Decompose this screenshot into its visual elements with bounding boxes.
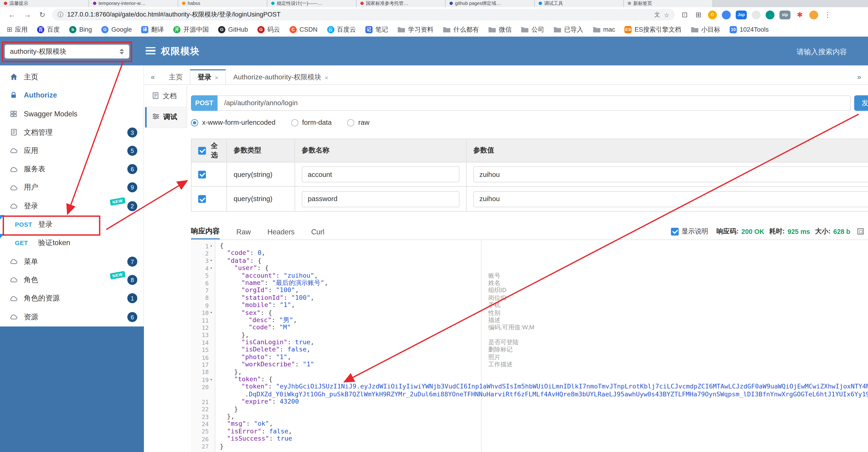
extension-jsp-icon[interactable]: Jsp <box>736 10 747 19</box>
param-value-input[interactable] <box>473 166 868 182</box>
forward-icon[interactable]: → <box>24 10 31 19</box>
bookmark-item[interactable]: 公司 <box>521 25 544 33</box>
subnav-item-debug[interactable]: 调试 <box>145 107 187 128</box>
sidebar-item[interactable]: 主页 <box>0 68 144 86</box>
bookmark-item[interactable]: ESES搜索引擎文档 <box>625 25 681 33</box>
browser-tab[interactable]: 国家标准参考托管… <box>356 0 445 7</box>
extension-shield-icon[interactable] <box>766 10 774 19</box>
chevron-left-icon[interactable]: « <box>144 69 161 84</box>
sidebar-endpoint-get-验证token[interactable]: GET验证token <box>0 234 144 252</box>
fold-arrow-icon[interactable]: ▾ <box>209 244 214 248</box>
address-bar[interactable]: ⓘ 127.0.0.1:8760/api/gate/doc.html#/auth… <box>52 9 675 21</box>
bookmark-item[interactable]: G码云 <box>257 25 280 33</box>
bookmark-item[interactable]: GGitHub <box>218 26 248 33</box>
profile-avatar[interactable] <box>809 10 818 19</box>
browser-tab[interactable]: 调试工具 <box>535 0 624 7</box>
bookmark-item[interactable]: 学习资料 <box>398 25 434 33</box>
bookmark-item[interactable]: bBing <box>69 26 92 33</box>
response-tab-Headers[interactable]: Headers <box>267 228 294 239</box>
send-button[interactable]: 发送 <box>854 95 868 111</box>
response-tab-Curl[interactable]: Curl <box>311 228 324 239</box>
extension-orange-icon[interactable]: G <box>708 10 717 19</box>
browser-tab[interactable]: habss <box>178 0 267 7</box>
bookmark-item[interactable]: mac <box>592 26 615 33</box>
response-tab-Raw[interactable]: Raw <box>237 228 251 239</box>
doc-tab[interactable]: Authorize-authority-权限模块× <box>226 69 335 84</box>
param-value-input[interactable] <box>473 191 868 207</box>
sidebar-item[interactable]: 登录NEW2 <box>0 197 144 215</box>
sidebar-item[interactable]: 用户9 <box>0 178 144 197</box>
sidebar-item[interactable]: 服务表6 <box>0 160 144 178</box>
bookmark-item[interactable]: ⊞应用 <box>7 25 28 33</box>
code-line: "mobile": "1",手机 <box>215 302 868 309</box>
response-tab-响应内容[interactable]: 响应内容 <box>191 226 220 239</box>
fold-arrow-icon[interactable]: ▾ <box>209 266 214 271</box>
reload-icon[interactable]: ↻ <box>39 10 45 19</box>
close-icon[interactable]: × <box>325 74 328 81</box>
header-search-input[interactable]: 请输入搜索内容 <box>797 47 847 57</box>
browser-tab[interactable]: github pages绑定域… <box>445 0 535 7</box>
sidebar-endpoint-post-登录[interactable]: POST登录 <box>0 215 144 234</box>
fullscreen-icon[interactable] <box>858 228 864 234</box>
page-info-icon[interactable]: ⓘ <box>57 11 63 19</box>
line-number: 22 <box>191 405 215 413</box>
browser-tab[interactable]: 温馨提示 <box>0 0 89 7</box>
extension-ring-icon[interactable] <box>752 10 761 19</box>
sidebar-item[interactable]: 角色的资源1 <box>0 289 144 308</box>
request-url-field[interactable]: /api/authority/anno/login <box>218 95 851 111</box>
sidebar-item[interactable]: 资源6 <box>0 308 144 326</box>
row-checkbox[interactable] <box>198 195 206 203</box>
module-select[interactable]: authority-权限模块 <box>4 45 129 59</box>
tab-title: 稳定性设计(一)——… <box>277 0 322 7</box>
browser-tab[interactable]: 新标签页 <box>624 0 713 7</box>
param-name-input[interactable] <box>302 166 460 182</box>
json-response-body: {"code": 0,"data": {"user": {"account": … <box>215 240 868 452</box>
param-name-input[interactable] <box>302 191 460 207</box>
chevron-right-icon[interactable]: » <box>850 69 868 84</box>
doc-tab[interactable]: 登录× <box>190 69 226 84</box>
body-type-option-formdata[interactable]: form-data <box>291 119 332 126</box>
extension-sip-icon[interactable]: sip <box>779 10 790 19</box>
bookmark-item[interactable]: 小目标 <box>691 25 720 33</box>
extension-globe-icon[interactable] <box>722 10 731 19</box>
body-type-option-raw[interactable]: raw <box>347 119 370 126</box>
select-all-checkbox[interactable] <box>198 147 206 154</box>
bookmark-item[interactable]: 101024Tools <box>730 26 769 33</box>
fold-arrow-icon[interactable]: ▾ <box>209 377 214 382</box>
bookmark-item[interactable]: 记笔记 <box>365 25 388 33</box>
bookmark-item[interactable]: CCSDN <box>289 26 317 33</box>
bookmark-item[interactable]: GGoogle <box>101 26 132 33</box>
sidebar-item[interactable]: 菜单7 <box>0 252 144 271</box>
close-icon[interactable]: × <box>215 74 218 81</box>
bookmark-item[interactable]: 什么都有 <box>443 25 479 33</box>
bookmark-item[interactable]: 开开源中国 <box>174 25 209 33</box>
bookmark-star-icon[interactable]: ☆ <box>664 11 669 18</box>
browser-tab[interactable]: 稳定性设计(一)——… <box>267 0 356 7</box>
response-body-editor[interactable]: 1▾23▾4▾5678910▾111213141516171819▾202122… <box>191 239 868 452</box>
extensions-puzzle-icon[interactable]: ⊞ <box>694 10 703 19</box>
bookmark-item[interactable]: 已导入 <box>554 25 583 33</box>
bookmark-item[interactable]: 微信 <box>488 25 512 33</box>
back-icon[interactable]: ← <box>8 10 16 19</box>
row-checkbox[interactable] <box>198 170 206 178</box>
bookmark-item[interactable]: 百百度 <box>37 25 60 33</box>
body-type-option-urlencoded[interactable]: x-www-form-urlencoded <box>191 119 276 126</box>
sidebar-item[interactable]: 角色NEW8 <box>0 271 144 289</box>
doc-tab[interactable]: 主页 <box>161 69 190 84</box>
screenshot-icon[interactable]: ⊡ <box>680 10 689 19</box>
bookmark-item[interactable]: 云百度云 <box>327 25 356 33</box>
sidebar-item[interactable]: 应用5 <box>0 142 144 160</box>
fold-arrow-icon[interactable]: ▾ <box>209 259 214 263</box>
browser-menu-icon[interactable]: ⋮ <box>823 10 832 19</box>
hamburger-icon[interactable] <box>146 47 156 56</box>
browser-tab[interactable]: temporary-interior-w… <box>89 0 178 7</box>
subnav-item-doc[interactable]: 文档 <box>145 86 187 107</box>
translate-icon[interactable]: 文 <box>654 11 660 19</box>
extension-flower-icon[interactable]: ✱ <box>796 10 804 19</box>
sidebar-item[interactable]: Authorize <box>0 86 144 105</box>
bookmark-item[interactable]: 译翻译 <box>141 25 164 33</box>
sidebar-item[interactable]: 文档管理3 <box>0 123 144 141</box>
show-description-checkbox[interactable] <box>671 228 679 235</box>
sidebar-item[interactable]: Swagger Models <box>0 105 144 123</box>
fold-arrow-icon[interactable]: ▾ <box>209 310 214 315</box>
